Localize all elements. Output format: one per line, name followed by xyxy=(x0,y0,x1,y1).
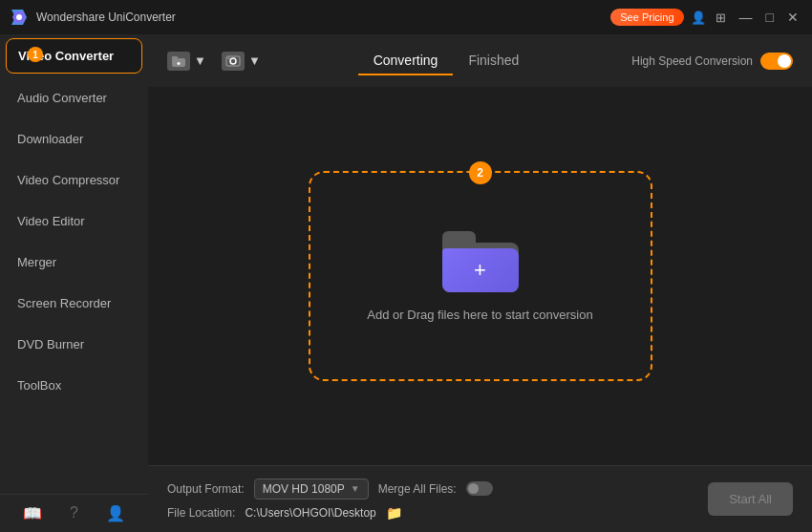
main-layout: 1 Video Converter Audio Converter Downlo… xyxy=(0,34,812,532)
user-profile-icon[interactable]: 👤 xyxy=(106,504,125,522)
sidebar-item-audio-converter[interactable]: Audio Converter xyxy=(0,77,148,118)
drop-zone-badge: 2 xyxy=(469,161,492,184)
add-files-button[interactable]: ▼ xyxy=(167,52,206,71)
toolbar-right: High Speed Conversion xyxy=(631,53,793,70)
speed-toggle[interactable] xyxy=(760,53,793,70)
folder-plus-icon: + xyxy=(474,258,486,283)
titlebar: Wondershare UniConverter See Pricing 👤 ⊞… xyxy=(0,0,812,34)
svg-rect-4 xyxy=(172,56,178,60)
bottom-left: Output Format: MOV HD 1080P ▼ Merge All … xyxy=(167,479,689,521)
tab-finished[interactable]: Finished xyxy=(453,47,534,75)
grid-icon[interactable]: ⊞ xyxy=(713,9,730,26)
format-value: MOV HD 1080P xyxy=(263,482,345,496)
titlebar-left: Wondershare UniConverter xyxy=(10,8,176,27)
sidebar-item-downloader[interactable]: Downloader xyxy=(0,118,148,160)
folder-icon: + xyxy=(442,230,519,292)
maximize-button[interactable]: □ xyxy=(762,10,778,25)
merge-toggle[interactable] xyxy=(466,481,493,496)
sidebar-badge: 1 xyxy=(28,47,43,62)
user-icon[interactable]: 👤 xyxy=(690,9,707,26)
folder-front: + xyxy=(442,248,519,292)
content-area: ▼ ▼ Converting Finished xyxy=(148,34,812,532)
sidebar-item-toolbox[interactable]: ToolBox xyxy=(0,365,148,406)
start-all-button[interactable]: Start All xyxy=(708,482,793,516)
file-location-label: File Location: xyxy=(167,506,235,520)
format-chevron-icon: ▼ xyxy=(351,483,360,494)
svg-rect-9 xyxy=(227,57,230,59)
merge-label: Merge All Files: xyxy=(378,482,457,496)
location-row: File Location: C:\Users\OHGOI\Desktop 📁 xyxy=(167,505,689,521)
app-title: Wondershare UniConverter xyxy=(36,11,176,24)
sidebar-item-video-converter[interactable]: 1 Video Converter xyxy=(6,38,142,74)
sidebar-item-merger[interactable]: Merger xyxy=(0,242,148,283)
drop-zone-text: Add or Drag files here to start conversi… xyxy=(367,308,592,322)
tab-converting[interactable]: Converting xyxy=(358,47,454,75)
toolbar-left: ▼ ▼ xyxy=(167,52,261,71)
toolbar: ▼ ▼ Converting Finished xyxy=(148,34,812,87)
help-icon[interactable]: ? xyxy=(70,504,78,522)
app-logo-icon xyxy=(10,8,29,27)
svg-point-2 xyxy=(16,14,22,20)
sidebar-item-video-compressor[interactable]: Video Compressor xyxy=(0,160,148,201)
bottom-bar: Output Format: MOV HD 1080P ▼ Merge All … xyxy=(148,465,812,532)
screenshot-chevron: ▼ xyxy=(248,53,261,68)
sidebar-item-video-editor[interactable]: Video Editor xyxy=(0,201,148,242)
speed-conversion-label: High Speed Conversion xyxy=(631,54,753,68)
titlebar-right: See Pricing 👤 ⊞ — □ ✕ xyxy=(610,9,802,26)
sidebar-item-screen-recorder[interactable]: Screen Recorder xyxy=(0,283,148,324)
screenshot-button[interactable]: ▼ xyxy=(222,52,261,71)
drop-zone[interactable]: 2 + Add or Drag files here to start conv… xyxy=(309,171,652,381)
book-icon[interactable]: 📖 xyxy=(23,504,42,522)
toolbar-tabs: Converting Finished xyxy=(358,47,535,75)
sidebar-bottom: 📖 ? 👤 xyxy=(0,494,148,532)
svg-point-7 xyxy=(230,58,236,64)
open-folder-icon[interactable]: 📁 xyxy=(386,505,402,521)
output-format-select[interactable]: MOV HD 1080P ▼ xyxy=(254,479,369,500)
sidebar-item-dvd-burner[interactable]: DVD Burner xyxy=(0,324,148,365)
format-row: Output Format: MOV HD 1080P ▼ Merge All … xyxy=(167,479,689,500)
minimize-button[interactable]: — xyxy=(736,10,757,25)
add-files-chevron: ▼ xyxy=(194,53,206,68)
screenshot-icon xyxy=(222,52,245,71)
file-location-value: C:\Users\OHGOI\Desktop xyxy=(245,506,375,520)
output-format-label: Output Format: xyxy=(167,482,245,496)
add-files-icon xyxy=(167,52,190,71)
drop-area-wrapper: 2 + Add or Drag files here to start conv… xyxy=(148,87,812,465)
see-pricing-button[interactable]: See Pricing xyxy=(610,9,683,26)
close-button[interactable]: ✕ xyxy=(783,10,802,25)
sidebar: 1 Video Converter Audio Converter Downlo… xyxy=(0,34,148,532)
